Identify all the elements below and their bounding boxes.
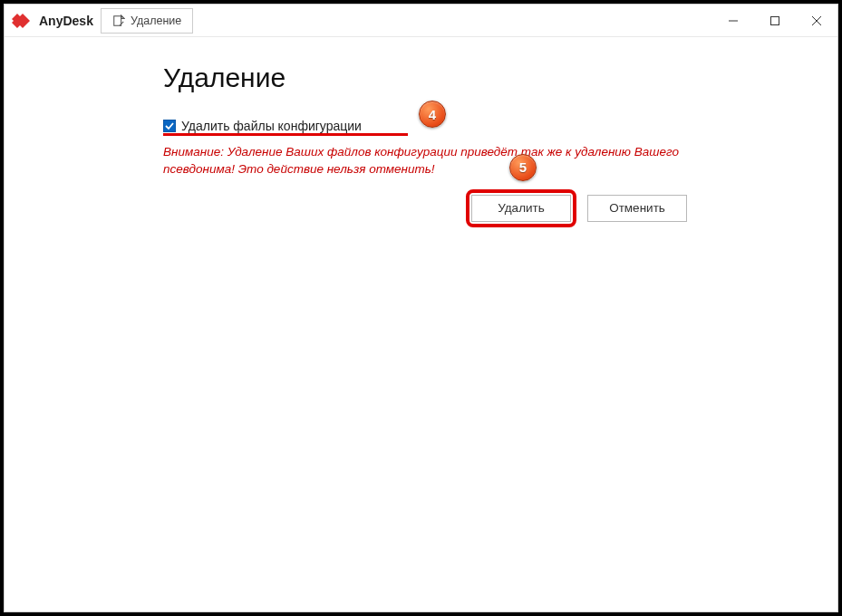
delete-button-wrapper: Удалить 5 <box>471 195 571 222</box>
anydesk-logo-icon <box>12 10 34 32</box>
app-window: AnyDesk Удаление <box>4 4 838 612</box>
svg-rect-2 <box>771 16 779 24</box>
annotation-underline <box>163 133 408 136</box>
maximize-button[interactable] <box>754 5 796 36</box>
delete-button[interactable]: Удалить <box>471 195 571 222</box>
minimize-icon <box>729 16 738 25</box>
app-name: AnyDesk <box>39 14 93 28</box>
tab-label: Удаление <box>131 14 181 27</box>
checkbox-label: Удалить файлы конфигурации <box>181 119 362 133</box>
cancel-button[interactable]: Отменить <box>587 195 687 222</box>
button-row: Удалить 5 Отменить <box>471 195 743 222</box>
close-icon <box>812 16 821 25</box>
checkmark-icon <box>165 121 174 130</box>
window-controls <box>712 5 837 36</box>
tab-delete[interactable]: Удаление <box>101 8 193 34</box>
close-button[interactable] <box>796 5 837 36</box>
page-title: Удаление <box>163 63 743 93</box>
svg-rect-0 <box>114 15 121 25</box>
minimize-button[interactable] <box>712 5 754 36</box>
tab-page-icon <box>112 14 125 27</box>
titlebar: AnyDesk Удаление <box>5 5 837 37</box>
maximize-icon <box>770 16 779 25</box>
delete-config-checkbox[interactable] <box>163 120 176 132</box>
annotation-step-4: 4 <box>419 101 446 128</box>
checkbox-row: Удалить файлы конфигурации 4 <box>163 119 743 133</box>
warning-text: Внимание: Удаление Ваших файлов конфигур… <box>163 144 698 178</box>
content-area: Удаление Удалить файлы конфигурации 4 Вн… <box>5 37 837 611</box>
